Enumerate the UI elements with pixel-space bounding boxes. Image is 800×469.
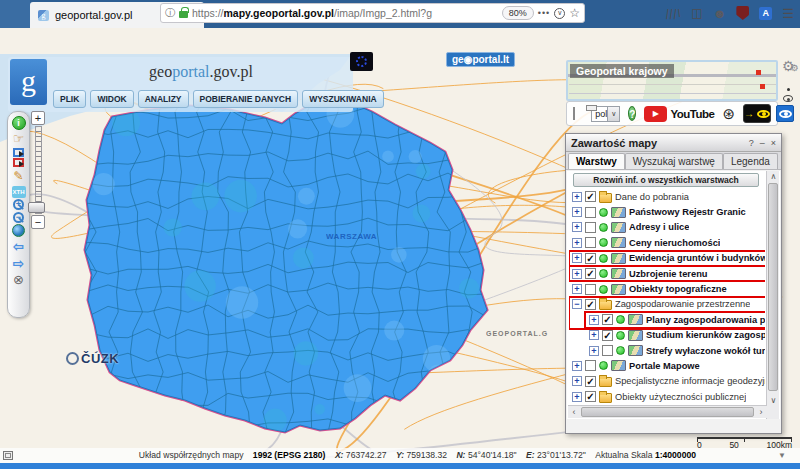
composition-legend-icon[interactable] xyxy=(573,107,575,120)
url-text[interactable]: https://mapy.geoportal.gov.pl/imap/Imgp_… xyxy=(192,7,498,19)
expand-icon[interactable]: + xyxy=(572,376,582,386)
select-rect-blue-icon[interactable] xyxy=(13,148,24,157)
layer-checkbox[interactable] xyxy=(585,360,596,371)
clear-icon[interactable]: ⊗ xyxy=(11,272,26,287)
layer-row-12[interactable]: +✓Specjalistyczne informacje geodezyjne xyxy=(569,374,765,389)
account-icon[interactable]: ☻ xyxy=(713,6,727,21)
zoom-slider-handle[interactable] xyxy=(28,202,45,213)
layer-row-9[interactable]: +✓Studium kierunków zagospodarowania xyxy=(569,328,765,343)
layer-row-1[interactable]: +Państwowy Rejestr Granic xyxy=(569,204,765,219)
layer-row-11[interactable]: +Portale Mapowe xyxy=(569,358,765,373)
layer-checkbox[interactable] xyxy=(585,222,596,233)
scroll-right-icon[interactable]: › xyxy=(755,407,767,417)
identify-icon[interactable]: i xyxy=(12,116,26,130)
zoom-out-icon[interactable]: − xyxy=(13,212,24,223)
page-zoom-badge[interactable]: 80% xyxy=(502,6,534,20)
active-eye-button[interactable] xyxy=(776,105,794,122)
horizontal-scrollbar[interactable]: ‹ › xyxy=(568,405,767,418)
settings-gears-icon[interactable]: ⚙⚙ xyxy=(782,58,799,74)
tab-legenda[interactable]: Legenda xyxy=(723,153,778,169)
expand-icon[interactable]: + xyxy=(572,361,582,371)
translate-icon[interactable]: A xyxy=(759,7,772,20)
youtube-link[interactable]: ▶ YouTube xyxy=(644,106,714,122)
menu-hamburger-icon[interactable]: ☰ xyxy=(782,6,794,21)
expand-icon[interactable]: + xyxy=(589,330,599,340)
layer-checkbox[interactable]: ✓ xyxy=(585,391,596,402)
layer-checkbox[interactable]: ✓ xyxy=(602,330,613,341)
panel-titlebar[interactable]: Zawartość mapy ? – × xyxy=(566,134,781,152)
pan-icon[interactable]: ☞ xyxy=(11,131,26,146)
xth-icon[interactable]: XTH xyxy=(12,186,26,198)
expand-icon[interactable]: + xyxy=(572,238,582,248)
eu-flag-icon[interactable] xyxy=(350,52,373,71)
zoom-in-icon[interactable]: + xyxy=(13,199,24,210)
expand-icon[interactable]: + xyxy=(572,269,582,279)
small-eye-icon[interactable] xyxy=(783,95,793,102)
layer-checkbox[interactable] xyxy=(585,207,596,218)
layer-row-4[interactable]: +✓Ewidencja gruntów i budynków xyxy=(569,251,765,266)
accessibility-icon[interactable]: ⊛ xyxy=(722,106,735,121)
prev-extent-icon[interactable]: ⇦ xyxy=(11,239,26,254)
layer-row-7[interactable]: −✓Zagospodarowanie przestrzenne xyxy=(569,297,765,312)
expand-icon[interactable]: + xyxy=(572,222,582,232)
zoom-out-button[interactable]: − xyxy=(31,215,45,229)
sidebar-icon[interactable]: ◫ xyxy=(691,6,702,20)
select-rect-red-icon[interactable] xyxy=(13,158,24,167)
help-button[interactable]: ? xyxy=(628,106,636,121)
menu-plik[interactable]: PLIK xyxy=(53,90,86,108)
pocket-icon[interactable]: ∨ xyxy=(554,8,565,19)
layer-checkbox[interactable]: ✓ xyxy=(602,314,613,325)
bookmark-star-icon[interactable]: ☆ xyxy=(569,6,580,20)
chevron-down-icon[interactable]: ∨ xyxy=(607,107,619,121)
geoportal-logo[interactable]: g xyxy=(10,59,47,105)
expand-icon[interactable]: + xyxy=(589,315,599,325)
vertical-scroll-thumb[interactable] xyxy=(768,183,778,391)
page-actions-icon[interactable]: ••• xyxy=(538,8,550,18)
layer-checkbox[interactable]: ✓ xyxy=(585,299,596,310)
layer-row-3[interactable]: +Ceny nieruchomości xyxy=(569,235,765,250)
site-info-icon[interactable]: ⓘ xyxy=(165,6,175,20)
expand-icon[interactable]: + xyxy=(572,192,582,202)
layer-row-0[interactable]: +✓Dane do pobrania xyxy=(569,189,765,204)
panel-close-icon[interactable]: × xyxy=(771,138,776,148)
panel-minimize-icon[interactable]: – xyxy=(760,138,765,148)
expand-all-button[interactable]: Rozwiń inf. o wszystkich warstwach xyxy=(573,173,759,187)
library-icon[interactable]: |||\ xyxy=(665,7,682,19)
expand-icon[interactable]: + xyxy=(572,392,582,402)
menu-wyszukiwania[interactable]: WYSZUKIWANIA xyxy=(302,90,384,108)
font-size-dot-icon[interactable] xyxy=(787,88,790,91)
menu-pobieranie-danych[interactable]: POBIERANIE DANYCH xyxy=(193,90,299,108)
tab-wyszukaj-warstwę[interactable]: Wyszukaj warstwę xyxy=(625,153,723,169)
layer-checkbox[interactable] xyxy=(585,237,596,248)
vertical-scrollbar[interactable]: ∧ ∨ xyxy=(766,171,779,419)
expand-icon[interactable]: + xyxy=(589,346,599,356)
collapse-icon[interactable]: − xyxy=(572,299,582,309)
tab-warstwy[interactable]: Warstwy xyxy=(568,153,625,169)
layer-checkbox[interactable] xyxy=(602,345,613,356)
next-extent-icon[interactable]: ⇨ xyxy=(11,256,26,271)
menu-analizy[interactable]: ANALIZY xyxy=(138,90,189,108)
layer-checkbox[interactable]: ✓ xyxy=(585,253,596,264)
contrast-toggle[interactable]: → xyxy=(743,104,771,123)
scroll-down-icon[interactable]: ∨ xyxy=(767,396,780,405)
layer-row-6[interactable]: +Obiekty topograficzne xyxy=(569,281,765,296)
layer-row-10[interactable]: +Strefy wyłaczone wokół turbin wiatrowyc… xyxy=(569,343,765,358)
expand-icon[interactable]: + xyxy=(572,207,582,217)
menu-widok[interactable]: WIDOK xyxy=(90,90,133,108)
layer-row-5[interactable]: +✓Uzbrojenie terenu xyxy=(569,266,765,281)
overview-minimap[interactable]: Geoportal krajowy xyxy=(566,60,778,101)
layer-checkbox[interactable]: ✓ xyxy=(585,376,596,387)
panel-help-icon[interactable]: ? xyxy=(749,138,754,148)
scroll-up-icon[interactable]: ∧ xyxy=(767,172,780,181)
layer-row-2[interactable]: +Adresy i ulice xyxy=(569,220,765,235)
expand-icon[interactable]: + xyxy=(572,284,582,294)
layer-row-13[interactable]: +✓Obiekty użyteczności publicznej xyxy=(569,389,765,404)
layer-checkbox[interactable] xyxy=(585,284,596,295)
horizontal-scroll-thumb[interactable] xyxy=(581,407,754,417)
scroll-left-icon[interactable]: ‹ xyxy=(568,407,580,417)
map-corner-icon[interactable] xyxy=(3,451,13,460)
layer-checkbox[interactable]: ✓ xyxy=(585,268,596,279)
full-extent-icon[interactable] xyxy=(12,224,25,237)
expand-icon[interactable]: + xyxy=(572,253,582,263)
url-bar[interactable]: ⓘ https://mapy.geoportal.gov.pl/imap/Img… xyxy=(160,3,585,23)
